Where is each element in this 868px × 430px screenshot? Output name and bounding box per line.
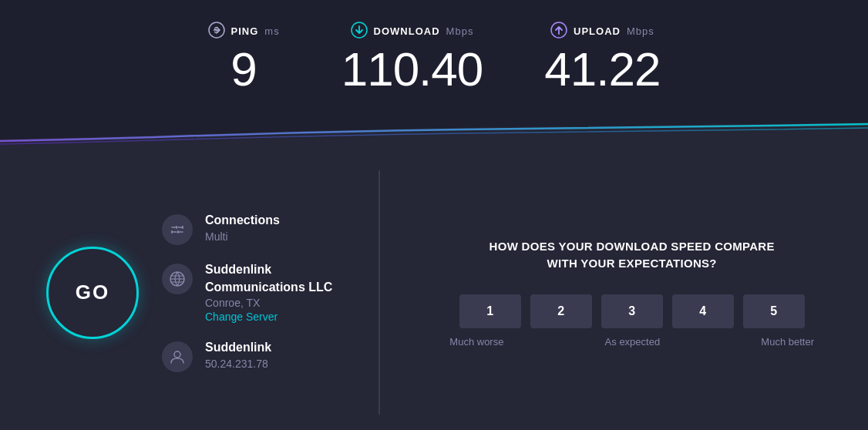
isp-row: Suddenlink Communications LLC Conroe, TX… <box>162 262 332 324</box>
connections-row: Connections Multi <box>162 213 332 245</box>
metrics-bar: $ PING ms 9 DOWNLOAD Mbps <box>0 0 868 109</box>
connections-subtitle: Multi <box>205 230 280 243</box>
isp-name-line1: Suddenlink <box>205 262 332 278</box>
change-server-link[interactable]: Change Server <box>205 311 332 323</box>
ping-label-row: $ PING ms <box>208 22 280 41</box>
rating-label-center: As expected <box>605 336 661 348</box>
download-value: 110.40 <box>341 45 483 93</box>
rating-button-4[interactable]: 4 <box>672 294 734 328</box>
isp-icon <box>162 264 193 294</box>
panel-divider <box>378 170 380 415</box>
rating-label-left: Much worse <box>449 336 503 348</box>
upload-value: 41.22 <box>544 45 660 93</box>
user-icon <box>162 341 193 372</box>
download-metric: DOWNLOAD Mbps 110.40 <box>341 22 483 93</box>
download-unit: Mbps <box>446 25 474 37</box>
isp-location: Conroe, TX <box>205 297 332 309</box>
info-panel: Connections Multi <box>162 213 332 373</box>
svg-point-5 <box>174 351 180 358</box>
connections-text: Connections Multi <box>205 213 280 243</box>
upload-metric: UPLOAD Mbps 41.22 <box>544 22 660 93</box>
rating-label-right: Much better <box>761 336 814 348</box>
upload-unit: Mbps <box>627 25 654 37</box>
rating-button-5[interactable]: 5 <box>743 294 805 328</box>
ping-value: 9 <box>230 45 256 93</box>
ping-label-text: PING <box>231 25 259 37</box>
connections-title: Connections <box>205 213 280 229</box>
rating-button-3[interactable]: 3 <box>601 294 663 328</box>
download-label-row: DOWNLOAD Mbps <box>351 22 474 41</box>
ping-unit: ms <box>264 25 279 37</box>
download-label-text: DOWNLOAD <box>374 25 440 37</box>
rating-button-2[interactable]: 2 <box>530 294 592 328</box>
upload-label-row: UPLOAD Mbps <box>550 22 654 41</box>
isp-text: Suddenlink Communications LLC Conroe, TX… <box>205 262 332 324</box>
isp-name-line2: Communications LLC <box>205 280 332 296</box>
wave-area <box>0 109 868 155</box>
upload-label-text: UPLOAD <box>574 25 621 37</box>
user-name: Suddenlink <box>205 340 271 356</box>
right-panel: HOW DOES YOUR DOWNLOAD SPEED COMPARE WIT… <box>426 170 822 415</box>
rating-question: HOW DOES YOUR DOWNLOAD SPEED COMPARE WIT… <box>442 238 822 273</box>
rating-question-line2: WITH YOUR EXPECTATIONS? <box>547 257 717 270</box>
rating-question-line1: HOW DOES YOUR DOWNLOAD SPEED COMPARE <box>490 240 775 253</box>
user-ip: 50.24.231.78 <box>205 358 271 370</box>
rating-buttons: 1 2 3 4 5 <box>442 294 822 328</box>
user-text: Suddenlink 50.24.231.78 <box>205 340 271 370</box>
ping-icon: $ <box>208 22 225 41</box>
app-container: $ PING ms 9 DOWNLOAD Mbps <box>0 0 868 430</box>
download-icon <box>351 22 368 41</box>
ping-metric: $ PING ms 9 <box>208 22 280 93</box>
connections-icon <box>162 214 193 245</box>
rating-labels: Much worse As expected Much better <box>442 336 822 348</box>
main-content: GO Connections <box>0 155 868 430</box>
go-button[interactable]: GO <box>46 247 139 339</box>
rating-button-1[interactable]: 1 <box>459 294 521 328</box>
left-panel: GO Connections <box>46 170 332 415</box>
user-row: Suddenlink 50.24.231.78 <box>162 340 332 372</box>
upload-icon <box>550 22 567 41</box>
